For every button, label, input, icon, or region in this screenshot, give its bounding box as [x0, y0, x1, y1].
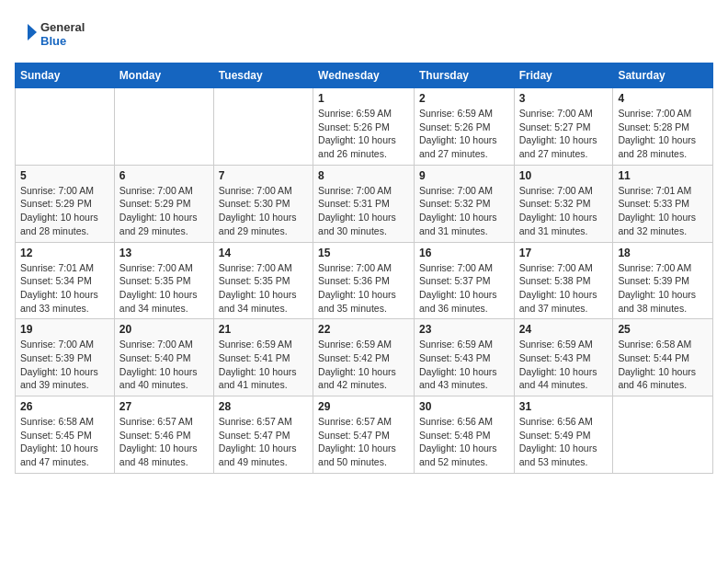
calendar-cell: 31Sunrise: 6:56 AMSunset: 5:49 PMDayligh… — [514, 396, 613, 474]
day-info: Sunrise: 7:01 AMSunset: 5:33 PMDaylight:… — [618, 184, 708, 238]
day-header-tuesday: Tuesday — [213, 63, 313, 88]
day-header-friday: Friday — [514, 63, 613, 88]
week-row-2: 5Sunrise: 7:00 AMSunset: 5:29 PMDaylight… — [16, 165, 713, 242]
calendar-cell: 12Sunrise: 7:01 AMSunset: 5:34 PMDayligh… — [16, 242, 115, 319]
day-header-sunday: Sunday — [16, 63, 115, 88]
svg-text:Blue: Blue — [40, 34, 66, 48]
calendar-cell: 19Sunrise: 7:00 AMSunset: 5:39 PMDayligh… — [16, 319, 115, 396]
calendar-cell: 20Sunrise: 7:00 AMSunset: 5:40 PMDayligh… — [114, 319, 213, 396]
calendar-cell: 29Sunrise: 6:57 AMSunset: 5:47 PMDayligh… — [313, 396, 415, 474]
calendar-cell — [114, 88, 213, 166]
logo-svg: General Blue — [15, 15, 97, 52]
day-info: Sunrise: 7:01 AMSunset: 5:34 PMDaylight:… — [20, 261, 109, 316]
day-number: 29 — [318, 400, 409, 413]
calendar-cell: 28Sunrise: 6:57 AMSunset: 5:47 PMDayligh… — [213, 396, 313, 474]
day-number: 12 — [20, 247, 109, 259]
day-info: Sunrise: 7:00 AMSunset: 5:31 PMDaylight:… — [318, 184, 409, 238]
day-number: 17 — [519, 247, 609, 259]
day-number: 6 — [119, 169, 209, 182]
day-number: 19 — [20, 323, 109, 336]
calendar-cell — [16, 88, 115, 166]
calendar-cell: 11Sunrise: 7:01 AMSunset: 5:33 PMDayligh… — [613, 165, 713, 242]
calendar-cell: 25Sunrise: 6:58 AMSunset: 5:44 PMDayligh… — [613, 319, 713, 396]
calendar-cell: 21Sunrise: 6:59 AMSunset: 5:41 PMDayligh… — [213, 319, 313, 396]
day-number: 15 — [318, 247, 409, 259]
calendar-cell: 18Sunrise: 7:00 AMSunset: 5:39 PMDayligh… — [613, 242, 713, 319]
day-number: 4 — [618, 92, 708, 105]
day-number: 21 — [219, 323, 308, 336]
day-number: 18 — [618, 247, 708, 259]
day-header-wednesday: Wednesday — [313, 63, 415, 88]
day-header-saturday: Saturday — [613, 63, 713, 88]
day-number: 24 — [519, 323, 609, 336]
day-number: 31 — [519, 400, 609, 413]
day-info: Sunrise: 6:57 AMSunset: 5:46 PMDaylight:… — [119, 415, 209, 469]
week-row-4: 19Sunrise: 7:00 AMSunset: 5:39 PMDayligh… — [16, 319, 713, 396]
day-number: 2 — [419, 92, 509, 105]
day-info: Sunrise: 6:59 AMSunset: 5:43 PMDaylight:… — [519, 338, 609, 392]
day-info: Sunrise: 7:00 AMSunset: 5:35 PMDaylight:… — [219, 261, 308, 316]
day-info: Sunrise: 7:00 AMSunset: 5:28 PMDaylight:… — [618, 107, 708, 161]
calendar-cell: 14Sunrise: 7:00 AMSunset: 5:35 PMDayligh… — [213, 242, 313, 319]
day-info: Sunrise: 7:00 AMSunset: 5:36 PMDaylight:… — [318, 261, 409, 316]
calendar-cell: 10Sunrise: 7:00 AMSunset: 5:32 PMDayligh… — [514, 165, 613, 242]
days-header-row: SundayMondayTuesdayWednesdayThursdayFrid… — [16, 63, 713, 88]
svg-marker-2 — [28, 24, 37, 40]
day-info: Sunrise: 6:56 AMSunset: 5:49 PMDaylight:… — [519, 415, 609, 469]
day-number: 7 — [219, 169, 308, 182]
day-info: Sunrise: 7:00 AMSunset: 5:32 PMDaylight:… — [519, 184, 609, 238]
calendar-cell: 7Sunrise: 7:00 AMSunset: 5:30 PMDaylight… — [213, 165, 313, 242]
day-info: Sunrise: 7:00 AMSunset: 5:29 PMDaylight:… — [20, 184, 109, 238]
calendar-cell: 1Sunrise: 6:59 AMSunset: 5:26 PMDaylight… — [313, 88, 415, 166]
day-info: Sunrise: 7:00 AMSunset: 5:38 PMDaylight:… — [519, 261, 609, 316]
day-number: 5 — [20, 169, 109, 182]
day-number: 27 — [119, 400, 209, 413]
calendar-cell — [613, 396, 713, 474]
day-info: Sunrise: 6:59 AMSunset: 5:26 PMDaylight:… — [318, 107, 409, 161]
day-info: Sunrise: 7:00 AMSunset: 5:29 PMDaylight:… — [119, 184, 209, 238]
calendar-cell: 17Sunrise: 7:00 AMSunset: 5:38 PMDayligh… — [514, 242, 613, 319]
day-number: 30 — [419, 400, 509, 413]
day-info: Sunrise: 7:00 AMSunset: 5:37 PMDaylight:… — [419, 261, 509, 316]
day-number: 28 — [219, 400, 308, 413]
page-header: General Blue — [15, 15, 713, 52]
day-number: 14 — [219, 247, 308, 259]
calendar-cell: 8Sunrise: 7:00 AMSunset: 5:31 PMDaylight… — [313, 165, 415, 242]
day-info: Sunrise: 7:00 AMSunset: 5:40 PMDaylight:… — [119, 338, 209, 392]
svg-text:General: General — [40, 20, 85, 34]
calendar-cell — [213, 88, 313, 166]
calendar-cell: 6Sunrise: 7:00 AMSunset: 5:29 PMDaylight… — [114, 165, 213, 242]
week-row-3: 12Sunrise: 7:01 AMSunset: 5:34 PMDayligh… — [16, 242, 713, 319]
day-info: Sunrise: 7:00 AMSunset: 5:35 PMDaylight:… — [119, 261, 209, 316]
calendar-cell: 9Sunrise: 7:00 AMSunset: 5:32 PMDaylight… — [414, 165, 514, 242]
day-number: 20 — [119, 323, 209, 336]
day-number: 25 — [618, 323, 708, 336]
calendar-cell: 4Sunrise: 7:00 AMSunset: 5:28 PMDaylight… — [613, 88, 713, 166]
week-row-1: 1Sunrise: 6:59 AMSunset: 5:26 PMDaylight… — [16, 88, 713, 166]
calendar-cell: 27Sunrise: 6:57 AMSunset: 5:46 PMDayligh… — [114, 396, 213, 474]
day-number: 10 — [519, 169, 609, 182]
calendar-cell: 22Sunrise: 6:59 AMSunset: 5:42 PMDayligh… — [313, 319, 415, 396]
day-number: 26 — [20, 400, 109, 413]
day-info: Sunrise: 6:59 AMSunset: 5:41 PMDaylight:… — [219, 338, 308, 392]
day-info: Sunrise: 7:00 AMSunset: 5:39 PMDaylight:… — [618, 261, 708, 316]
day-number: 22 — [318, 323, 409, 336]
calendar-cell: 23Sunrise: 6:59 AMSunset: 5:43 PMDayligh… — [414, 319, 514, 396]
calendar-cell: 5Sunrise: 7:00 AMSunset: 5:29 PMDaylight… — [16, 165, 115, 242]
day-info: Sunrise: 6:58 AMSunset: 5:45 PMDaylight:… — [20, 415, 109, 469]
day-info: Sunrise: 7:00 AMSunset: 5:30 PMDaylight:… — [219, 184, 308, 238]
week-row-5: 26Sunrise: 6:58 AMSunset: 5:45 PMDayligh… — [16, 396, 713, 474]
day-header-monday: Monday — [114, 63, 213, 88]
day-info: Sunrise: 6:56 AMSunset: 5:48 PMDaylight:… — [419, 415, 509, 469]
calendar-cell: 2Sunrise: 6:59 AMSunset: 5:26 PMDaylight… — [414, 88, 514, 166]
calendar-cell: 15Sunrise: 7:00 AMSunset: 5:36 PMDayligh… — [313, 242, 415, 319]
day-number: 9 — [419, 169, 509, 182]
day-info: Sunrise: 7:00 AMSunset: 5:32 PMDaylight:… — [419, 184, 509, 238]
day-info: Sunrise: 7:00 AMSunset: 5:39 PMDaylight:… — [20, 338, 109, 392]
day-info: Sunrise: 7:00 AMSunset: 5:27 PMDaylight:… — [519, 107, 609, 161]
day-info: Sunrise: 6:58 AMSunset: 5:44 PMDaylight:… — [618, 338, 708, 392]
day-info: Sunrise: 6:59 AMSunset: 5:26 PMDaylight:… — [419, 107, 509, 161]
day-info: Sunrise: 6:57 AMSunset: 5:47 PMDaylight:… — [318, 415, 409, 469]
calendar-cell: 3Sunrise: 7:00 AMSunset: 5:27 PMDaylight… — [514, 88, 613, 166]
day-header-thursday: Thursday — [414, 63, 514, 88]
